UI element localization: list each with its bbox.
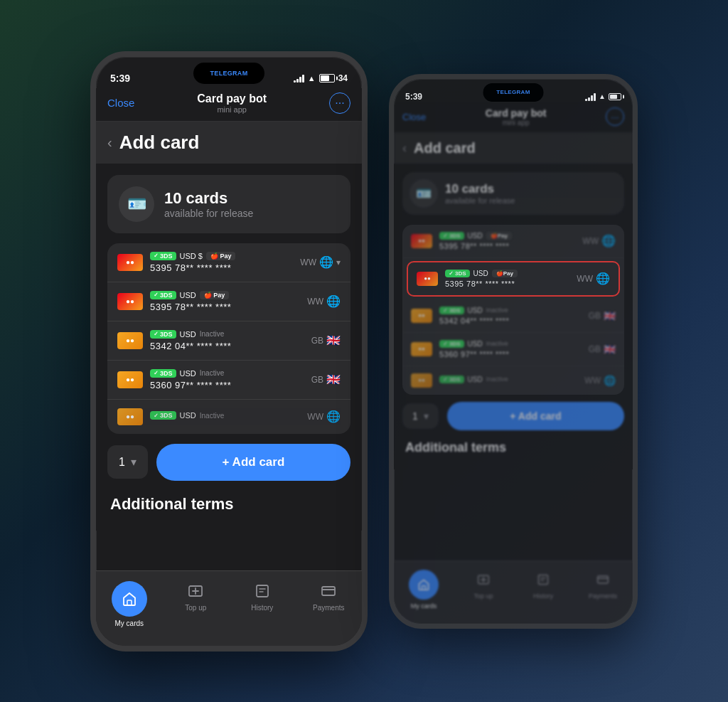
card-info: 3DS USD Inactive 5342 04** **** ****	[150, 330, 304, 351]
region-r4: GB 🇬🇧	[589, 344, 616, 355]
region-label-selected: WW	[577, 274, 593, 284]
nav-item-history[interactable]: History	[229, 577, 296, 632]
right-phone: TELEGRAM 5:39 ▲ Close Card p	[389, 74, 638, 629]
mastercard-logo-orange: ●●	[117, 332, 143, 349]
card-region: WW 🌐 ▾	[300, 255, 341, 269]
card-item-right-1: ●● 3DS USD 🍎Pay 5395 78** **** **** WW �	[402, 225, 624, 258]
nav-item-payments[interactable]: Payments	[296, 577, 363, 632]
pay-selected: 🍎Pay	[492, 270, 518, 277]
3ds-selected: 3DS	[445, 270, 470, 277]
nav-item-mycards-right[interactable]: My cards	[394, 565, 454, 614]
phones-container: TELEGRAM 5:39 ▲ 34 Close	[90, 51, 638, 652]
card-info-r3: 3DS USD Inactive 5342 04** **** ****	[439, 307, 582, 325]
cards-text: 10 cards available for release	[164, 189, 253, 219]
bot-title-right: Card pay bot	[486, 107, 547, 119]
3ds-badge: 3DS	[150, 291, 176, 299]
currency-badge: USD $	[180, 252, 203, 260]
back-button[interactable]: ‹	[107, 134, 112, 151]
svg-rect-0	[127, 600, 132, 605]
card-item[interactable]: ●● 3DS USD Inactive 5342 04** **** **** …	[107, 321, 350, 361]
battery-icon-right	[609, 93, 621, 100]
back-button-right[interactable]: ‹	[402, 141, 407, 156]
add-card-row: 1 ▾ + Add card	[107, 444, 350, 481]
nav-label-history: History	[251, 604, 273, 612]
add-card-button[interactable]: + Add card	[156, 444, 350, 481]
region-label: GB	[311, 375, 323, 385]
card-badges: 3DS USD $ 🍎 Pay	[150, 252, 293, 260]
globe-icon: 🌐	[326, 410, 341, 423]
num-selected: 5395 78** **** ****	[445, 280, 569, 288]
curr-selected: USD	[473, 270, 488, 277]
nav-item-history-right[interactable]: History	[513, 565, 573, 614]
add-card-button-right[interactable]: + Add card	[447, 402, 624, 430]
card-item[interactable]: ●● 3DS USD 🍎 Pay 5395 78** **** **** WW	[107, 282, 350, 321]
nav-item-payments-right[interactable]: Payments	[573, 565, 633, 614]
nav-label-mycards-right: My cards	[411, 602, 437, 610]
badges-selected: 3DS USD 🍎Pay	[445, 270, 569, 277]
globe-r5: 🌐	[604, 375, 616, 386]
3ds-r4: 3DS	[439, 340, 464, 348]
card-info-r1: 3DS USD 🍎Pay 5395 78** **** ****	[439, 232, 575, 250]
selected-card[interactable]: ●● 3DS USD 🍎Pay 5395 78** **** ****	[407, 261, 620, 297]
globe-selected: 🌐	[596, 272, 610, 285]
pay-r1: 🍎Pay	[486, 232, 512, 240]
3ds-r1: 3DS	[439, 232, 464, 240]
region-r1: WW 🌐	[582, 234, 616, 248]
nav-label-payments-right: Payments	[589, 592, 617, 600]
card-item[interactable]: ●● 3DS USD $ 🍎 Pay 5395 78** **** **** W…	[107, 243, 350, 282]
menu-button-right[interactable]: ···	[606, 107, 624, 126]
card-item-right-5: ●● 3DS USD Inactive WW 🌐	[402, 366, 624, 395]
card-item-selected: ●● 3DS USD 🍎Pay 5395 78** **** ****	[408, 262, 619, 295]
badges-r3: 3DS USD Inactive	[439, 307, 582, 314]
topup-icon-right	[473, 570, 493, 590]
inactive-r3: Inactive	[486, 307, 508, 314]
card-item[interactable]: ●● 3DS USD Inactive 5360 97** **** **** …	[107, 361, 350, 400]
nav-item-mycards[interactable]: My cards	[96, 577, 163, 632]
region-label-r4: GB	[589, 344, 601, 354]
region-label: WW	[307, 297, 323, 307]
num-r1: 5395 78** **** ****	[439, 242, 575, 250]
curr-r5: USD	[468, 376, 483, 383]
svg-rect-4	[422, 585, 426, 590]
globe-icon: 🌐	[319, 255, 333, 269]
nav-item-topup[interactable]: Top up	[163, 577, 230, 632]
add-card-row-right: 1 ▾ + Add card	[402, 402, 624, 430]
currency-badge: USD	[180, 291, 196, 299]
cards-available-right: 🪪 10 cards available for release	[402, 172, 624, 215]
chevron-down-icon: ▾	[336, 257, 341, 267]
status-bar-right: ▲ 34	[294, 73, 348, 83]
uk-flag-r3: 🇬🇧	[604, 310, 616, 321]
close-button[interactable]: Close	[107, 97, 134, 109]
inactive-badge: Inactive	[200, 330, 224, 338]
uk-flag-r4: 🇬🇧	[604, 344, 616, 355]
inactive-r4: Inactive	[486, 340, 508, 347]
history-icon	[252, 581, 272, 601]
app-content-right: 🪪 10 cards available for release ●● 3DS	[394, 164, 633, 469]
mastercard-logo-r4: ●●	[411, 342, 432, 356]
ellipsis-icon: ···	[335, 97, 344, 110]
region-r3: GB 🇬🇧	[589, 310, 616, 321]
quantity-value: 1	[119, 456, 125, 469]
card-badges: 3DS USD 🍎 Pay	[150, 291, 300, 299]
mastercard-logo-orange: ●●	[117, 371, 143, 388]
menu-button[interactable]: ···	[329, 92, 350, 114]
quantity-selector[interactable]: 1 ▾	[107, 445, 148, 479]
mastercard-logo-orange: ●●	[117, 408, 143, 425]
card-info: 3DS USD Inactive	[150, 411, 300, 422]
time-right: 5:39	[405, 92, 422, 102]
close-button-right[interactable]: Close	[402, 112, 426, 122]
dynamic-island-label-right: TELEGRAM	[496, 89, 530, 95]
card-region: WW 🌐	[307, 294, 341, 308]
bot-subtitle-right: mini app	[486, 119, 547, 127]
wifi-icon-right: ▲	[599, 92, 606, 100]
page-title-right: Add card	[414, 140, 476, 156]
header-center-right: Card pay bot mini app	[486, 107, 547, 127]
currency-badge: USD	[180, 369, 196, 378]
card-item[interactable]: ●● 3DS USD Inactive WW 🌐	[107, 400, 350, 434]
badges-r4: 3DS USD Inactive	[439, 340, 582, 348]
nav-item-topup-right[interactable]: Top up	[454, 565, 513, 614]
card-region: GB 🇬🇧	[311, 373, 341, 386]
additional-terms-right: Additional terms	[402, 440, 624, 455]
status-icons-right: ▲	[585, 92, 621, 101]
additional-terms-title-right: Additional terms	[405, 440, 621, 455]
